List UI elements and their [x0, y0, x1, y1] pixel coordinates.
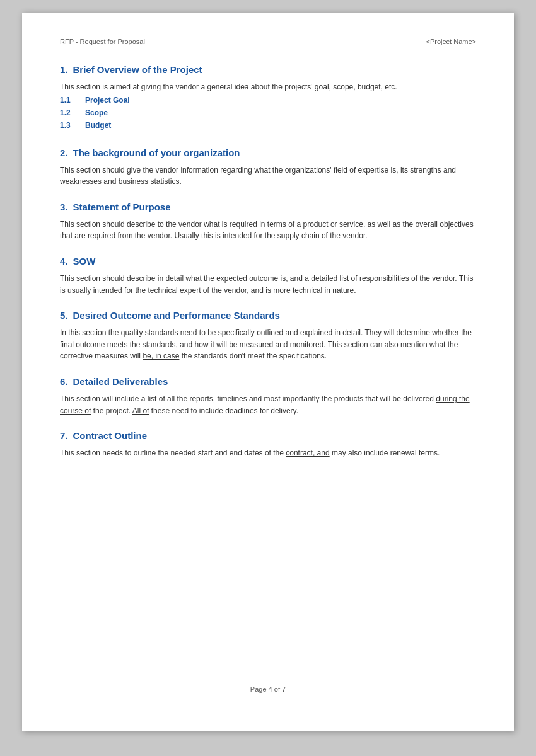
section-6-body: This section will include a list of all … [60, 393, 476, 416]
section-2: 2. The background of your organization T… [60, 147, 476, 188]
section-5-title: 5. Desired Outcome and Performance Stand… [60, 310, 476, 321]
subsection-1-3: 1.3 Budget [60, 121, 476, 130]
section-6-link-2: All of [132, 406, 149, 415]
section-3-title: 3. Statement of Purpose [60, 202, 476, 212]
header-right: <Project Name> [426, 38, 476, 45]
section-7: 7. Contract Outline This section needs t… [60, 430, 476, 459]
subsection-1-1-title: Project Goal [85, 96, 130, 105]
document-page: RFP - Request for Proposal <Project Name… [22, 13, 514, 731]
section-6-title-text: Detailed Deliverables [73, 376, 168, 387]
section-5: 5. Desired Outcome and Performance Stand… [60, 310, 476, 362]
section-5-link-2: be, in case [143, 352, 179, 360]
section-6-link-1: during the course of [60, 394, 470, 415]
subsection-1-2-number: 1.2 [60, 108, 79, 117]
document-footer: Page 4 of 7 [60, 667, 476, 693]
subsection-1-1-number: 1.1 [60, 96, 79, 105]
section-5-body: In this section the quality standards ne… [60, 327, 476, 362]
section-4: 4. SOW This section should describe in d… [60, 256, 476, 296]
section-7-link: contract, and [286, 449, 329, 457]
section-4-link: vendor, and [224, 286, 264, 295]
section-6-number: 6. [60, 376, 68, 387]
subsection-1-1: 1.1 Project Goal [60, 96, 476, 105]
section-7-title-text: Contract Outline [73, 430, 148, 441]
subsection-1-3-number: 1.3 [60, 121, 79, 130]
section-6-title: 6. Detailed Deliverables [60, 376, 476, 387]
section-3: 3. Statement of Purpose This section sho… [60, 202, 476, 242]
subsection-1-2: 1.2 Scope [60, 108, 476, 117]
section-5-number: 5. [60, 310, 68, 321]
section-1-title: 1. Brief Overview of the Project [60, 64, 476, 75]
section-7-body: This section needs to outline the needed… [60, 447, 476, 459]
document-header: RFP - Request for Proposal <Project Name… [60, 38, 476, 45]
subsection-1-2-title: Scope [85, 108, 108, 117]
section-2-title: 2. The background of your organization [60, 147, 476, 158]
section-7-title: 7. Contract Outline [60, 430, 476, 441]
section-7-number: 7. [60, 430, 68, 441]
footer-text: Page 4 of 7 [250, 685, 286, 693]
section-2-number: 2. [60, 147, 68, 158]
section-1-title-text: Brief Overview of the Project [73, 64, 202, 75]
section-5-title-text: Desired Outcome and Performance Standard… [73, 310, 280, 321]
section-3-number: 3. [60, 202, 68, 212]
section-2-body: This section should give the vendor info… [60, 164, 476, 188]
section-4-body: This section should describe in detail w… [60, 273, 476, 296]
subsection-1-3-title: Budget [85, 121, 111, 130]
section-5-link-1: final outcome [60, 340, 105, 349]
section-4-number: 4. [60, 256, 68, 266]
section-2-title-text: The background of your organization [73, 147, 240, 158]
section-3-title-text: Statement of Purpose [73, 202, 171, 212]
section-3-body: This section should describe to the vend… [60, 219, 476, 242]
section-1-number: 1. [60, 64, 68, 75]
section-4-title-text: SOW [73, 256, 96, 266]
section-4-title: 4. SOW [60, 256, 476, 266]
section-1: 1. Brief Overview of the Project This se… [60, 64, 476, 134]
section-1-body: This section is aimed at giving the vend… [60, 81, 476, 93]
section-6: 6. Detailed Deliverables This section wi… [60, 376, 476, 416]
header-left: RFP - Request for Proposal [60, 38, 145, 45]
